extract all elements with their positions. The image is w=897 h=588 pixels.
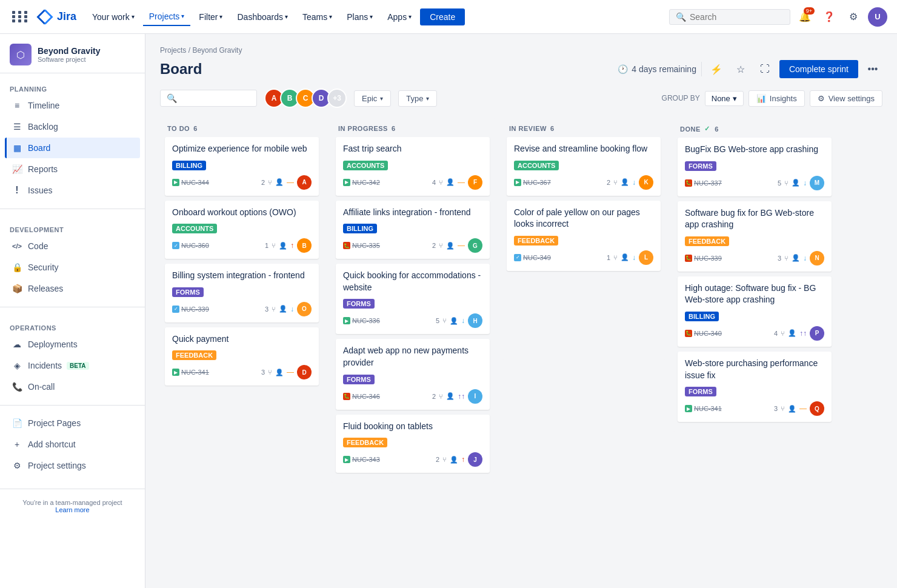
- card-c9-meta: 2 ⑂ 👤 ↑ J: [436, 452, 482, 467]
- priority-icon: ↓: [461, 316, 465, 325]
- nav-projects[interactable]: Projects▾: [143, 8, 191, 26]
- board-toolbar: 🔍 A B C D +3 Epic ▾ Type ▾ GROUP BY: [160, 89, 882, 108]
- sidebar-item-releases[interactable]: 📦 Releases: [5, 278, 140, 299]
- view-settings-icon: ⚙: [818, 94, 825, 103]
- card-c2-id: ✓ NUC-360: [172, 242, 209, 249]
- nav-your-work[interactable]: Your work▾: [86, 8, 141, 25]
- sidebar-item-issues[interactable]: ! Issues: [5, 180, 140, 201]
- notifications-button[interactable]: 🔔 9+: [795, 7, 815, 27]
- sidebar-item-project-settings[interactable]: ⚙ Project settings: [5, 455, 140, 476]
- card-c9[interactable]: Fluid booking on tablets FEEDBACK ▶ NUC-…: [336, 415, 490, 473]
- jira-logo[interactable]: Jira: [36, 8, 76, 25]
- insights-button[interactable]: 📊 Insights: [749, 90, 805, 107]
- settings-button[interactable]: ⚙: [844, 7, 863, 27]
- card-c8[interactable]: Adapt web app no new payments provider F…: [336, 339, 490, 409]
- card-c1-title: Optimize experience for mobile web: [172, 143, 312, 155]
- col-todo-count: 6: [193, 125, 198, 132]
- people-icon: 👤: [275, 178, 284, 186]
- bug-icon: 🐛: [685, 179, 692, 187]
- board-search-input[interactable]: [181, 94, 241, 103]
- breadcrumb-projects[interactable]: Projects: [160, 46, 186, 55]
- story-icon: ▶: [343, 317, 350, 324]
- breadcrumb-project[interactable]: Beyond Gravity: [192, 46, 242, 55]
- help-button[interactable]: ❓: [819, 7, 839, 27]
- nav-filter[interactable]: Filter▾: [193, 8, 228, 25]
- card-c15[interactable]: Web-store purchasing performance issue f…: [678, 352, 832, 422]
- header-actions: 🕐 4 days remaining ⚡ ☆ ⛶ Complete sprint…: [618, 59, 882, 79]
- card-c12[interactable]: BugFix BG Web-store app crashing FORMS 🐛…: [678, 138, 832, 196]
- priority-icon: ↓: [803, 179, 807, 187]
- card-c1[interactable]: Optimize experience for mobile web BILLI…: [165, 137, 319, 196]
- priority-icon: —: [458, 241, 465, 250]
- card-c2-avatar: B: [297, 238, 312, 253]
- avatar-extra[interactable]: +3: [327, 89, 347, 108]
- nav-teams[interactable]: Teams▾: [296, 8, 338, 25]
- page-title: Board: [160, 61, 202, 78]
- complete-sprint-button[interactable]: Complete sprint: [779, 60, 858, 78]
- col-done-title: DONE: [680, 125, 701, 133]
- sidebar-item-backlog[interactable]: ☰ Backlog: [5, 116, 140, 137]
- card-c10-avatar: K: [639, 175, 653, 190]
- card-c8-avatar: I: [468, 389, 482, 404]
- card-c5-avatar: F: [468, 175, 482, 190]
- sidebar-item-timeline[interactable]: ≡ Timeline: [5, 95, 140, 116]
- group-by-select[interactable]: None ▾: [705, 91, 744, 106]
- more-options-btn[interactable]: •••: [863, 59, 882, 79]
- lightning-icon-btn[interactable]: ⚡: [707, 59, 726, 79]
- priority-icon: ↑↑: [799, 329, 807, 338]
- col-inprogress-title: IN PROGRESS: [338, 125, 388, 132]
- project-pages-icon: 📄: [11, 417, 23, 429]
- card-c6[interactable]: Affiliate links integration - frontend B…: [336, 201, 490, 259]
- task-icon: ✓: [172, 306, 179, 313]
- card-c10[interactable]: Revise and streamline booking flow ACCOU…: [507, 137, 661, 196]
- story-icon: ▶: [172, 369, 179, 376]
- people-icon: 👤: [792, 254, 800, 262]
- view-settings-button[interactable]: ⚙ View settings: [810, 90, 882, 107]
- card-c14[interactable]: High outage: Software bug fix - BG Web-s…: [678, 276, 832, 347]
- card-c5-title: Fast trip search: [343, 143, 482, 155]
- priority-icon: —: [458, 178, 465, 187]
- people-icon: 👤: [792, 179, 800, 187]
- sidebar-item-oncall[interactable]: 📞 On-call: [5, 376, 140, 397]
- card-c14-footer: 🐛 NUC-340 4 ⑂ 👤 ↑↑ P: [685, 326, 824, 341]
- nav-dashboards[interactable]: Dashboards▾: [231, 8, 294, 25]
- project-settings-icon: ⚙: [11, 459, 23, 472]
- sidebar-item-deployments[interactable]: ☁ Deployments: [5, 334, 140, 355]
- card-c7-avatar: H: [468, 313, 482, 328]
- expand-icon-btn[interactable]: ⛶: [755, 59, 775, 79]
- sidebar-item-project-pages[interactable]: 📄 Project Pages: [5, 413, 140, 433]
- sidebar-item-security[interactable]: 🔒 Security: [5, 257, 140, 278]
- star-icon-btn[interactable]: ☆: [731, 59, 750, 79]
- subtask-icon: ⑂: [439, 242, 443, 249]
- sidebar-item-code[interactable]: </> Code: [5, 236, 140, 256]
- layout: ⬡ Beyond Gravity Software project PLANNI…: [0, 0, 897, 588]
- card-c5-tag: ACCOUNTS: [343, 161, 388, 170]
- type-filter[interactable]: Type ▾: [398, 90, 437, 107]
- board-search-box[interactable]: 🔍: [160, 90, 257, 107]
- learn-more-link[interactable]: Learn more: [55, 506, 89, 513]
- card-c11-meta: 1 ⑂ 👤 ↓ L: [607, 250, 653, 265]
- sidebar-item-reports[interactable]: 📈 Reports: [5, 159, 140, 179]
- card-c11[interactable]: Color of pale yellow on our pages looks …: [507, 201, 661, 271]
- nav-plans[interactable]: Plans▾: [341, 8, 379, 25]
- epic-filter[interactable]: Epic ▾: [354, 90, 391, 107]
- search-box[interactable]: 🔍: [669, 9, 790, 25]
- create-button[interactable]: Create: [420, 8, 465, 25]
- card-c5-id: ▶ NUC-342: [343, 179, 380, 186]
- sidebar-item-incidents[interactable]: ◈ Incidents BETA: [5, 355, 140, 376]
- sidebar-item-add-shortcut[interactable]: + Add shortcut: [5, 434, 140, 455]
- sidebar-item-board[interactable]: ▦ Board: [5, 138, 140, 158]
- card-c3[interactable]: Billing system integration - frontend FO…: [165, 264, 319, 322]
- card-c6-title: Affiliate links integration - frontend: [343, 207, 482, 219]
- search-input[interactable]: [690, 12, 775, 22]
- card-c4[interactable]: Quick payment FEEDBACK ▶ NUC-341 3 ⑂ 👤 —: [165, 327, 319, 386]
- card-c7[interactable]: Quick booking for accommodations - websi…: [336, 264, 490, 334]
- user-avatar[interactable]: U: [868, 7, 887, 27]
- card-c13[interactable]: Software bug fix for BG Web-store app cr…: [678, 201, 832, 272]
- card-c5[interactable]: Fast trip search ACCOUNTS ▶ NUC-342 4 ⑂ …: [336, 137, 490, 196]
- operations-label: OPERATIONS: [5, 322, 140, 334]
- nav-apps[interactable]: Apps▾: [381, 8, 418, 25]
- card-c4-title: Quick payment: [172, 333, 312, 346]
- card-c2[interactable]: Onboard workout options (OWO) ACCOUNTS ✓…: [165, 201, 319, 259]
- apps-grid-icon[interactable]: [10, 8, 32, 25]
